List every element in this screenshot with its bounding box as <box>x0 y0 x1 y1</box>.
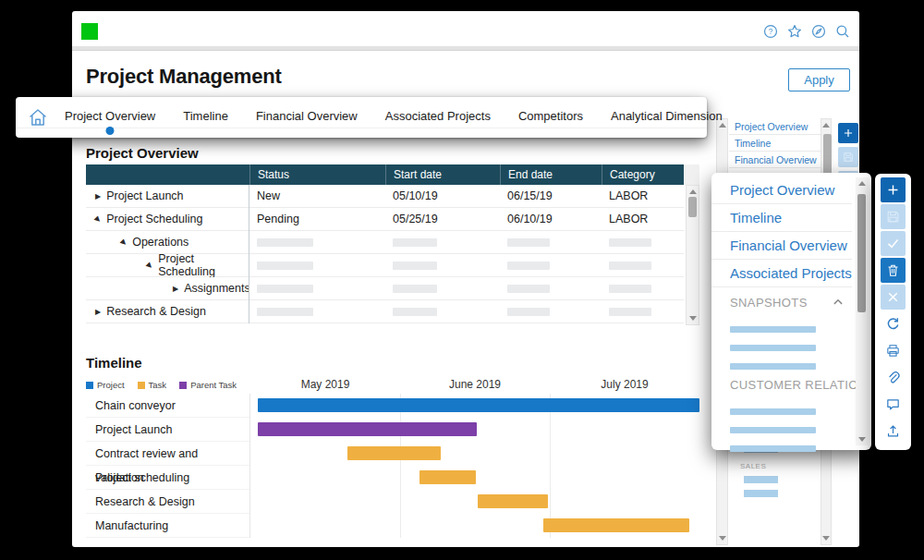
sidebar-section-label: SALES <box>740 462 821 470</box>
legend-swatch <box>86 382 93 389</box>
timeline-heading: Timeline <box>86 355 142 371</box>
scroll-up-icon[interactable] <box>858 181 866 186</box>
collapse-arrow-icon[interactable]: ▶ <box>145 261 155 271</box>
gantt-row <box>250 442 699 466</box>
category-cell: LABOR <box>602 185 684 208</box>
table-row[interactable]: ▶Project Scheduling <box>86 254 684 277</box>
placeholder-bar <box>257 262 313 270</box>
home-icon[interactable] <box>27 106 49 128</box>
sidebar-item-financial-overview[interactable]: Financial Overview <box>729 152 821 168</box>
table-row[interactable]: ▶Operations <box>86 231 684 254</box>
tab-project-overview[interactable]: Project Overview <box>65 107 155 128</box>
gantt-row <box>250 466 699 490</box>
scroll-up-icon[interactable] <box>822 123 830 128</box>
tab-analytical-dimension[interactable]: Analytical Dimension <box>611 107 723 128</box>
scroll-down-icon[interactable] <box>858 437 866 442</box>
sidebar-lower-section: SALES <box>729 445 821 504</box>
legend-swatch <box>179 382 187 389</box>
table-row[interactable]: ▶Research & Design <box>86 300 684 323</box>
table-row[interactable]: ▶Project SchedulingPending05/25/1906/10/… <box>86 208 684 231</box>
popup-scrollbar[interactable] <box>856 177 869 445</box>
expand-arrow-icon[interactable]: ▶ <box>95 192 101 201</box>
column-header-start-date[interactable]: Start date <box>385 164 500 185</box>
table-scrollbar[interactable] <box>686 185 699 325</box>
collapse-arrow-icon[interactable]: ▶ <box>93 214 103 225</box>
placeholder-bar <box>507 262 550 270</box>
start-date-cell: 05/10/19 <box>385 185 500 208</box>
placeholder-bar <box>609 308 651 316</box>
attach-button[interactable] <box>881 365 906 390</box>
legend-swatch <box>138 382 145 389</box>
scrollbar-thumb[interactable] <box>688 197 697 217</box>
legend-item-task: Task <box>138 380 167 390</box>
save-button[interactable] <box>881 204 906 229</box>
upload-button[interactable] <box>881 419 906 444</box>
gantt-row-label: Research & Design <box>86 490 249 514</box>
gantt-plot-area <box>250 394 699 538</box>
column-header-status[interactable]: Status <box>249 164 385 185</box>
close-button[interactable] <box>881 285 906 310</box>
gantt-bar-contract-review-and-validation[interactable] <box>347 446 441 460</box>
scroll-down-icon[interactable] <box>719 536 726 541</box>
gantt-bar-project-launch[interactable] <box>258 422 477 436</box>
refresh-button[interactable] <box>881 311 906 336</box>
gantt-bar-research-design[interactable] <box>478 494 548 508</box>
table-row[interactable]: ▶Project LaunchNew05/10/1906/15/19LABOR <box>86 185 684 208</box>
search-icon[interactable] <box>834 23 851 40</box>
tab-timeline[interactable]: Timeline <box>183 107 228 128</box>
expand-arrow-icon[interactable]: ▶ <box>173 285 178 293</box>
tab-associated-projects[interactable]: Associated Projects <box>385 107 491 128</box>
save-button[interactable] <box>838 147 858 167</box>
placeholder-bar <box>730 363 816 370</box>
table-row[interactable]: ▶Assignments <box>86 277 684 300</box>
popup-item-financial-overview[interactable]: Financial Overview <box>711 232 852 260</box>
column-header-category[interactable]: Category <box>602 164 684 185</box>
check-button[interactable] <box>881 231 906 256</box>
legend-item-parent-task: Parent Task <box>179 380 237 390</box>
scroll-down-icon[interactable] <box>822 536 830 541</box>
gantt-bar-manufacturing[interactable] <box>543 518 689 532</box>
legend-label: Parent Task <box>190 380 237 390</box>
gantt-bar-project-scheduling[interactable] <box>419 470 476 484</box>
comment-button[interactable] <box>881 392 906 417</box>
placeholder-bar <box>609 285 651 293</box>
month-label: June 2019 <box>400 378 550 391</box>
collapse-chevron-icon[interactable] <box>830 294 846 310</box>
scrollbar-thumb[interactable] <box>857 194 866 312</box>
popup-item-project-overview[interactable]: Project Overview <box>711 177 852 204</box>
start-date-cell <box>385 231 500 254</box>
gantt-row-label: Chain conveyor <box>86 394 249 418</box>
gantt-bar-chain-conveyor[interactable] <box>258 398 699 412</box>
sidebar-item-project-overview[interactable]: Project Overview <box>729 118 821 135</box>
task-name-cell: ▶Operations <box>86 231 249 254</box>
column-header-end-date[interactable]: End date <box>500 164 602 185</box>
apply-button[interactable]: Apply <box>788 68 850 91</box>
help-icon[interactable]: ? <box>762 23 779 40</box>
status-cell <box>249 254 385 277</box>
scroll-up-icon[interactable] <box>689 189 697 194</box>
favorite-icon[interactable] <box>786 23 803 40</box>
popup-item-timeline[interactable]: Timeline <box>711 204 852 232</box>
plus-button[interactable] <box>881 177 906 202</box>
scroll-down-icon[interactable] <box>689 316 697 321</box>
compass-icon[interactable] <box>810 23 827 40</box>
expand-arrow-icon[interactable]: ▶ <box>95 308 101 316</box>
trash-button[interactable] <box>881 258 906 283</box>
gantt-row-label: Contract review and validation <box>86 442 249 466</box>
start-date-cell <box>385 300 500 323</box>
tab-financial-overview[interactable]: Financial Overview <box>256 107 358 128</box>
popup-item-associated-projects[interactable]: Associated Projects <box>711 260 852 287</box>
status-cell <box>249 300 385 323</box>
placeholder-bar <box>730 408 816 415</box>
sidebar-item-timeline[interactable]: Timeline <box>729 135 821 152</box>
end-date-cell <box>500 231 602 254</box>
active-tab-indicator <box>106 127 115 135</box>
scrollbar-thumb[interactable] <box>823 134 832 175</box>
tab-competitors[interactable]: Competitors <box>518 107 583 128</box>
collapse-arrow-icon[interactable]: ▶ <box>119 237 129 248</box>
status-cell: New <box>249 185 385 208</box>
print-button[interactable] <box>881 338 906 363</box>
plus-button[interactable] <box>838 123 858 143</box>
overview-table-header: StatusStart dateEnd dateCategory <box>86 164 684 185</box>
start-date-cell <box>385 277 500 300</box>
